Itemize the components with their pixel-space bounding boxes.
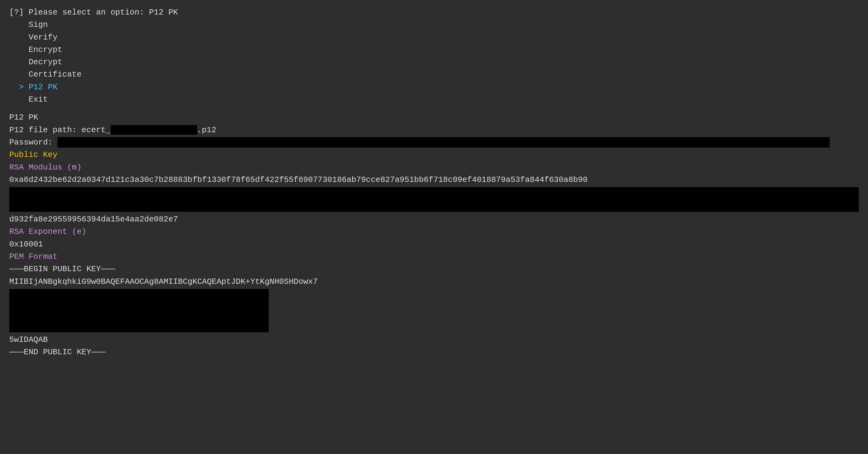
rsa-modulus-value1: 0xa6d2432be62d2a0347d121c3a30c7b28883bfb… <box>9 173 859 186</box>
rsa-exponent-label: RSA Exponent (e) <box>9 225 859 238</box>
menu-item-p12pk-selected: > P12 PK <box>9 81 859 93</box>
pem-end: ———END PUBLIC KEY——— <box>9 346 859 358</box>
rsa-modulus-value2: d932fa8e29559956394da15e4aa2de082e7 <box>9 213 859 225</box>
pem-format-label: PEM Format <box>9 251 859 263</box>
pem-end-prefix: 5wIDAQAB <box>9 333 859 346</box>
password-line: Password: <box>9 136 859 149</box>
menu-item-certificate: Certificate <box>9 68 859 80</box>
p12-file-path: P12 file path: ecert_ .p12 <box>9 124 859 136</box>
terminal-window: [?] Please select an option: P12 PK Sign… <box>9 6 859 454</box>
rsa-modulus-label: RSA Modulus (m) <box>9 161 859 173</box>
public-key-label: Public Key <box>9 149 859 161</box>
menu-item-encrypt: Encrypt <box>9 43 859 56</box>
password-redacted <box>58 137 830 148</box>
pem-body-redacted-block <box>9 289 269 332</box>
p12-filename-redacted <box>111 125 197 135</box>
menu-item-sign: Sign <box>9 19 859 31</box>
menu-prompt: [?] Please select an option: P12 PK <box>9 6 859 19</box>
rsa-exponent-value: 0x10001 <box>9 238 859 251</box>
menu-item-exit: Exit <box>9 93 859 106</box>
pem-begin: ———BEGIN PUBLIC KEY——— <box>9 263 859 275</box>
pem-body-line1: MIIBIjANBgkqhkiG9w0BAQEFAAOCAg8AMIIBCgKC… <box>9 275 859 288</box>
menu-item-verify: Verify <box>9 31 859 43</box>
section-header: P12 PK <box>9 111 859 124</box>
rsa-modulus-redacted-block <box>9 187 859 212</box>
menu-item-decrypt: Decrypt <box>9 56 859 68</box>
